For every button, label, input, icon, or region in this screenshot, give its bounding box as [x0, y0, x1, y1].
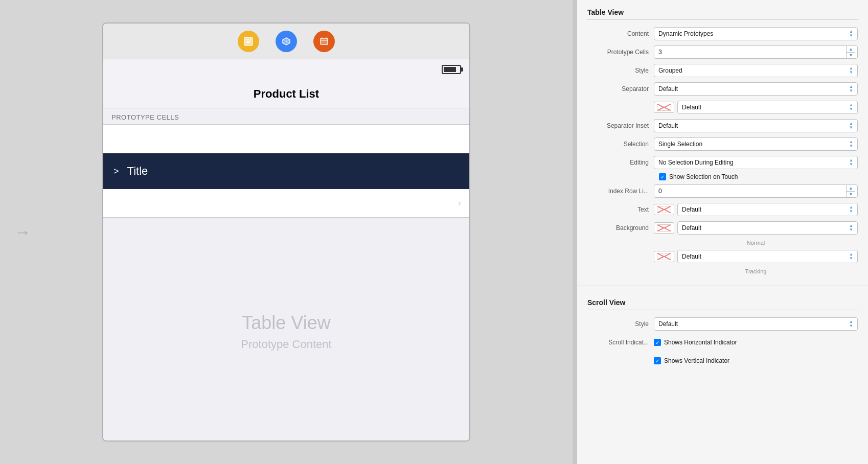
- scroll-indicators-label: Scroll Indicat...: [587, 339, 654, 346]
- separator-color-select[interactable]: Default ▲ ▼: [677, 101, 858, 114]
- background-label: Background: [587, 224, 654, 231]
- index-row-stepper-btns: ▲ ▼: [846, 185, 855, 197]
- background-row: Background Default ▲ ▼: [587, 220, 858, 236]
- yellow-icon: [238, 31, 259, 52]
- background-arrows: ▲ ▼: [849, 224, 853, 232]
- index-row-up[interactable]: ▲: [847, 185, 855, 192]
- separator-select-value: Default: [658, 85, 678, 92]
- tracking-control[interactable]: Default ▲ ▼: [654, 250, 858, 263]
- show-selection-row[interactable]: ✓ Show Selection on Touch: [587, 173, 858, 180]
- cell-chevron-icon: >: [113, 166, 119, 177]
- background-value: Default: [682, 224, 701, 231]
- table-cell-empty-1: [103, 125, 469, 153]
- editing-value: No Selection During Editing: [658, 159, 734, 166]
- tracking-arrows: ▲ ▼: [849, 252, 853, 261]
- placeholder-title: Table View: [242, 312, 330, 334]
- separator-color-arrows: ▲ ▼: [849, 103, 853, 111]
- show-selection-checkbox[interactable]: ✓: [659, 173, 666, 180]
- normal-sub-label: Normal: [587, 239, 858, 249]
- text-label: Text: [587, 206, 654, 213]
- index-row-value: 0: [658, 188, 662, 195]
- shows-vertical-control[interactable]: ✓ Shows Vertical Indicator: [654, 357, 858, 364]
- style-select-value: Grouped: [658, 67, 682, 74]
- selection-select[interactable]: Single Selection ▲ ▼: [654, 137, 858, 151]
- prototype-cells-control[interactable]: 3 ▲ ▼: [654, 45, 858, 59]
- editing-select[interactable]: No Selection During Editing ▲ ▼: [654, 156, 858, 169]
- selection-label: Selection: [587, 141, 654, 148]
- scroll-view-section-title: Scroll View: [587, 298, 858, 310]
- stepper-up[interactable]: ▲: [847, 46, 855, 53]
- index-row-down[interactable]: ▼: [847, 192, 855, 198]
- table-cell-disclosure[interactable]: ›: [103, 189, 469, 218]
- status-bar: [103, 59, 469, 80]
- separator-color-swatch[interactable]: [654, 102, 674, 113]
- text-value: Default: [682, 206, 701, 213]
- separator-inset-control[interactable]: Default ▲ ▼: [654, 119, 858, 132]
- background-color-swatch[interactable]: [654, 222, 674, 234]
- scroll-style-control[interactable]: Default ▲ ▼: [654, 317, 858, 331]
- separator-inset-arrows: ▲ ▼: [849, 122, 853, 130]
- tracking-row: Default ▲ ▼: [587, 249, 858, 264]
- separator-row: Separator Default ▲ ▼: [587, 81, 858, 97]
- scroll-indicators-row: Scroll Indicat... ✓ Shows Horizontal Ind…: [587, 335, 858, 350]
- cell-title-label: Title: [127, 165, 148, 178]
- selection-arrows: ▲ ▼: [849, 140, 853, 148]
- scroll-view-section: Scroll View Style Default ▲ ▼ Scroll Ind…: [577, 290, 868, 376]
- nav-title: Product List: [254, 87, 319, 101]
- table-separator: [103, 218, 469, 223]
- index-row-control[interactable]: 0 ▲ ▼: [654, 184, 858, 198]
- separator-color-value: Default: [682, 104, 701, 111]
- show-selection-label: Show Selection on Touch: [669, 173, 738, 180]
- content-control[interactable]: Dynamic Prototypes ▲ ▼: [654, 27, 858, 40]
- scroll-style-select[interactable]: Default ▲ ▼: [654, 317, 858, 331]
- text-row: Text Default ▲ ▼: [587, 202, 858, 217]
- editing-control[interactable]: No Selection During Editing ▲ ▼: [654, 156, 858, 169]
- battery-icon: [442, 65, 461, 74]
- tracking-color-swatch[interactable]: [654, 251, 674, 262]
- editing-row: Editing No Selection During Editing ▲ ▼: [587, 155, 858, 170]
- scroll-style-value: Default: [658, 320, 678, 328]
- section-divider: [577, 286, 868, 286]
- table-cell-selected[interactable]: > Title: [103, 153, 469, 189]
- style-control[interactable]: Grouped ▲ ▼: [654, 64, 858, 77]
- prototype-cells-stepper[interactable]: 3 ▲ ▼: [654, 45, 858, 59]
- background-select[interactable]: Default ▲ ▼: [677, 221, 858, 235]
- nav-bar: Product List: [103, 80, 469, 108]
- separator-select-arrows: ▲ ▼: [849, 85, 853, 93]
- stepper-down[interactable]: ▼: [847, 53, 855, 59]
- text-select[interactable]: Default ▲ ▼: [677, 203, 858, 216]
- separator-control[interactable]: Default ▲ ▼: [654, 82, 858, 96]
- text-control[interactable]: Default ▲ ▼: [654, 203, 858, 216]
- separator-inset-label: Separator Inset: [587, 122, 654, 129]
- inspector-panel: Table View Content Dynamic Prototypes ▲ …: [577, 0, 868, 464]
- prototype-cells-row: Prototype Cells 3 ▲ ▼: [587, 44, 858, 60]
- selection-control[interactable]: Single Selection ▲ ▼: [654, 137, 858, 151]
- shows-vertical-checkbox[interactable]: ✓: [654, 357, 661, 364]
- content-select-value: Dynamic Prototypes: [658, 30, 713, 37]
- iphone-topbar: [103, 24, 469, 59]
- style-select[interactable]: Grouped ▲ ▼: [654, 64, 858, 77]
- separator-select[interactable]: Default ▲ ▼: [654, 82, 858, 96]
- canvas-area: →: [0, 0, 573, 464]
- svg-rect-4: [321, 38, 328, 44]
- separator-color-control[interactable]: Default ▲ ▼: [654, 101, 858, 114]
- separator-inset-select[interactable]: Default ▲ ▼: [654, 119, 858, 132]
- prototype-cells-label: Prototype Cells: [587, 49, 654, 56]
- section-header-label: PROTOTYPE CELLS: [111, 113, 179, 121]
- editing-label: Editing: [587, 159, 654, 166]
- tracking-select[interactable]: Default ▲ ▼: [677, 250, 858, 263]
- placeholder-subtitle: Prototype Content: [241, 338, 331, 351]
- prototype-cells-value: 3: [658, 49, 662, 56]
- text-color-swatch[interactable]: [654, 204, 674, 215]
- shows-horizontal-checkbox[interactable]: ✓: [654, 339, 661, 346]
- style-select-arrows: ▲ ▼: [849, 66, 853, 75]
- text-arrows: ▲ ▼: [849, 205, 853, 214]
- background-control[interactable]: Default ▲ ▼: [654, 221, 858, 235]
- index-row-stepper[interactable]: 0 ▲ ▼: [654, 184, 858, 198]
- index-row-label: Index Row Li...: [587, 188, 654, 195]
- index-row-row: Index Row Li... 0 ▲ ▼: [587, 183, 858, 199]
- scroll-indicators-control[interactable]: ✓ Shows Horizontal Indicator: [654, 339, 858, 346]
- orange-icon: [313, 31, 335, 52]
- content-select[interactable]: Dynamic Prototypes ▲ ▼: [654, 27, 858, 40]
- panel-divider: [573, 0, 577, 464]
